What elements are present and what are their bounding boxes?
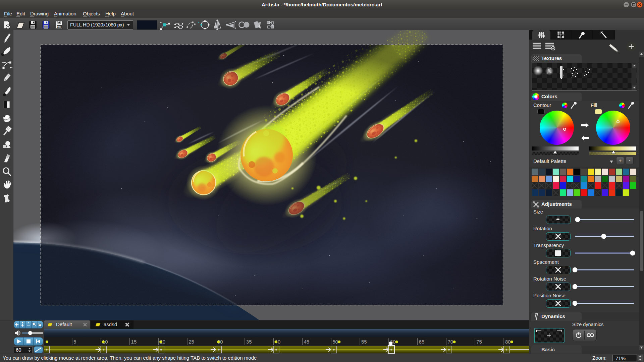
svg-text:55: 55 xyxy=(361,339,367,345)
svg-text:50: 50 xyxy=(332,339,338,345)
svg-text:65: 65 xyxy=(419,339,425,345)
svg-text:80: 80 xyxy=(505,339,511,345)
svg-text:35: 35 xyxy=(246,339,252,345)
svg-text:PNG: PNG xyxy=(57,26,61,28)
svg-text:15: 15 xyxy=(131,339,137,345)
svg-text:25: 25 xyxy=(189,339,194,345)
svg-text:45: 45 xyxy=(304,339,309,345)
svg-text:70: 70 xyxy=(447,339,453,345)
svg-text:5: 5 xyxy=(73,339,76,345)
svg-text:75: 75 xyxy=(476,339,482,345)
